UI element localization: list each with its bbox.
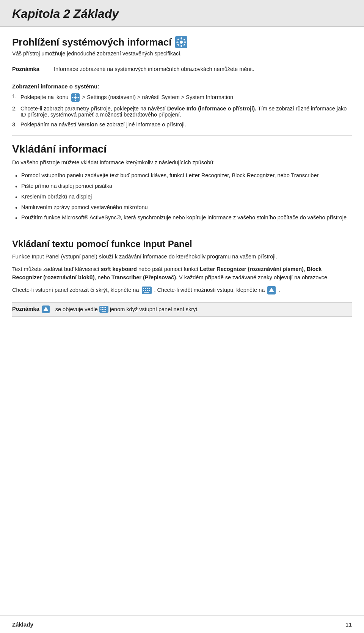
step-number-1: 1.	[12, 93, 18, 99]
list-item: Pište přímo na displej pomocí pisátka	[12, 181, 352, 192]
settings-icon	[175, 36, 187, 48]
svg-rect-4	[176, 42, 179, 43]
separator-1	[12, 135, 352, 135]
section-system-info: Prohlížení systémových informací Váš pří…	[12, 36, 352, 128]
svg-rect-37	[104, 309, 105, 310]
svg-rect-12	[75, 94, 76, 96]
svg-rect-5	[184, 42, 186, 43]
svg-rect-25	[144, 292, 149, 293]
section2-intro: Do vašeho přístroje můžete vkládat infor…	[12, 158, 352, 167]
keyboard-icon	[142, 287, 152, 294]
svg-point-11	[74, 96, 77, 99]
svg-rect-24	[149, 290, 150, 291]
list-item: Použitím funkce Microsoft® ActiveSync®, …	[12, 213, 352, 223]
section1-title: Prohlížení systémových informací	[12, 36, 352, 48]
step-number-2: 2.	[12, 106, 18, 112]
section1-subtitle: Váš přístroj umožňuje jednoduché zobraze…	[12, 50, 352, 57]
note-keyboard-icon	[99, 306, 108, 313]
svg-rect-35	[100, 309, 102, 310]
list-item: Namluvením zprávy pomocí vestavěného mik…	[12, 202, 352, 213]
bottom-note-label: Poznámka	[12, 305, 55, 313]
step-1-text: Poklepejte na ikonu > Settings (nastaven…	[20, 93, 352, 102]
svg-rect-13	[75, 100, 76, 101]
arrow-up-icon	[267, 286, 276, 294]
svg-rect-17	[143, 288, 144, 289]
section-input-info: Vkládání informací Do vašeho přístroje m…	[12, 143, 352, 223]
step-2-text: Chcete-li zobrazit parametry přístroje, …	[20, 106, 352, 118]
bottom-note-box: Poznámka se objevuje vedle	[12, 302, 352, 316]
step-3-text: Poklepáním na návěstí Version se zobrazí…	[20, 121, 352, 128]
svg-rect-22	[145, 290, 146, 291]
chapter-header: Kapitola 2 Základy	[0, 0, 364, 27]
footer-label: Základy	[12, 621, 33, 628]
svg-rect-34	[105, 307, 106, 308]
step-2: 2. Chcete-li zobrazit parametry přístroj…	[12, 106, 352, 118]
page-wrapper: Kapitola 2 Základy Prohlížení systémovýc…	[0, 0, 364, 339]
svg-rect-14	[72, 97, 73, 98]
list-item: Pomocí vstupního panelu zadávejte text b…	[12, 170, 352, 181]
section-input-panel: Vkládaní textu pomocí funkce Input Panel…	[12, 239, 352, 316]
section3-title: Vkládaní textu pomocí funkce Input Panel	[12, 239, 352, 249]
svg-rect-23	[147, 290, 148, 291]
svg-rect-15	[77, 97, 79, 98]
steps-heading: Zobrazení informace o systému:	[12, 83, 352, 90]
svg-rect-39	[102, 311, 106, 312]
svg-rect-18	[145, 288, 146, 289]
section3-body1: Text můžete zadávat buď klávesnicí soft …	[12, 265, 352, 282]
step-number-3: 3.	[12, 121, 18, 128]
svg-rect-31	[100, 307, 102, 308]
svg-rect-2	[181, 37, 182, 39]
section2-title: Vkládání informací	[12, 143, 352, 155]
chapter-title: Kapitola 2 Základy	[12, 7, 352, 21]
svg-rect-20	[149, 288, 150, 289]
bullet-list: Pomocí vstupního panelu zadávejte text b…	[12, 170, 352, 223]
svg-rect-21	[143, 290, 144, 291]
svg-point-1	[180, 41, 183, 44]
gear-inline-icon	[71, 93, 80, 102]
note-arrow-icon	[42, 305, 50, 313]
separator-2	[12, 231, 352, 231]
svg-rect-36	[102, 309, 103, 310]
svg-rect-3	[181, 45, 182, 47]
main-content: Prohlížení systémových informací Váš pří…	[0, 27, 364, 316]
footer: Základy 11	[0, 616, 364, 633]
bottom-note-content: se objevuje vedle jenom kdy	[55, 306, 352, 313]
step-1: 1. Poklepejte na ikonu > Settings (nasta…	[12, 93, 352, 102]
svg-rect-38	[105, 309, 106, 310]
svg-rect-19	[147, 288, 148, 289]
footer-page: 11	[345, 621, 352, 628]
svg-rect-33	[104, 307, 105, 308]
note-box-1: Poznámka Informace zobrazené na systémov…	[12, 62, 352, 76]
section1-title-text: Prohlížení systémových informací	[12, 36, 171, 48]
note-text-1: Informace zobrazené na systémových infor…	[54, 66, 352, 72]
list-item: Kreslením obrázků na displej	[12, 192, 352, 202]
svg-rect-32	[102, 307, 103, 308]
section3-body2: Chcete-li vstupní panel zobrazit či skrý…	[12, 286, 352, 294]
step-3: 3. Poklepáním na návěstí Version se zobr…	[12, 121, 352, 128]
section3-intro: Funkce Input Panel (vstupní panel) slouž…	[12, 252, 352, 261]
note-label-1: Poznámka	[12, 66, 54, 72]
